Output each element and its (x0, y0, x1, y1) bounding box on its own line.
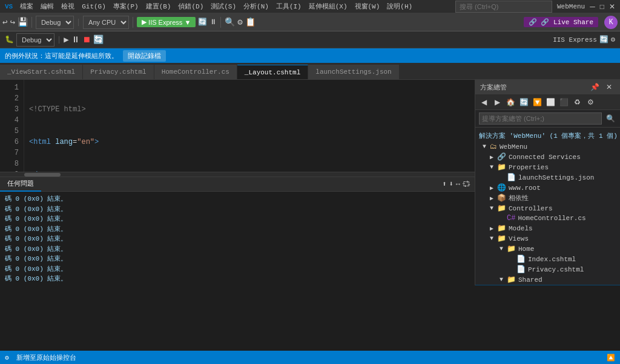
bottom-panel-icon-3[interactable]: ↔ (456, 180, 460, 189)
folder-icon-properties: 📁 (497, 163, 506, 172)
toolbar-icon-6[interactable]: 🔍 (225, 17, 235, 27)
toolbar-sep-3 (220, 17, 221, 28)
global-search-input[interactable] (455, 1, 552, 13)
solution-search-input[interactable] (479, 112, 602, 125)
minimize-button[interactable]: ─ (590, 2, 595, 11)
tree-item-shared[interactable]: ▼ 📁 Shared (475, 275, 620, 285)
solution-tree: 解決方案 'WebMenu' (1 個專案，共 1 個) ▼ 🗂 WebMenu… (475, 128, 620, 285)
tree-item-deps[interactable]: ▶ 📦 相依性 (475, 193, 620, 203)
solution-home-btn[interactable]: 🏠 (504, 96, 516, 108)
cpu-config-dropdown[interactable]: Any CPU (83, 16, 129, 29)
horizontal-scrollbar[interactable] (0, 172, 475, 177)
toolbar-icon-3[interactable]: 💾 (18, 17, 28, 27)
tree-label-home: Home (518, 245, 534, 253)
code-editor[interactable]: 1 2 3 4 5 6 7 8 9 10 11 12 13 14 15 16 1… (0, 80, 475, 172)
status-bar: ⚙ 新增至原始始操控台 🔼 (0, 351, 620, 364)
menu-item-view[interactable]: 檢視 (61, 2, 74, 11)
tree-item-views[interactable]: ▼ 📁 Views (475, 233, 620, 244)
solution-refresh-btn[interactable]: ♻ (571, 96, 583, 108)
solution-sync-btn[interactable]: 🔄 (518, 96, 530, 108)
tree-item-models[interactable]: ▶ 📁 Models (475, 223, 620, 233)
menu-item-analyze[interactable]: 分析(N) (243, 2, 269, 11)
debug-mode-dropdown[interactable]: Debug (16, 33, 54, 47)
menu-item-git[interactable]: Git(G) (82, 3, 106, 10)
tree-item-home[interactable]: ▼ 📁 Home (475, 244, 620, 254)
line-numbers: 1 2 3 4 5 6 7 8 9 10 11 12 13 14 15 16 1… (0, 80, 24, 172)
menu-item-project[interactable]: 專案(P) (113, 2, 139, 11)
menu-item-tools[interactable]: 工具(I) (276, 2, 302, 11)
tab-privacy[interactable]: Privacy.cshtml (83, 65, 154, 79)
debug-pause-btn[interactable]: ⏸ (71, 35, 80, 45)
toolbar-icon-2[interactable]: ↪ (10, 17, 15, 27)
output-line-8: 碼 0 (0x0) 結束。 (5, 264, 470, 275)
tree-label-webmenu: WebMenu (500, 143, 527, 151)
solution-search-button[interactable]: 🔍 (606, 114, 615, 123)
output-line-4: 碼 0 (0x0) 結束。 (5, 224, 470, 235)
menu-item-file[interactable]: 檔案 (20, 2, 33, 11)
solution-forward-btn[interactable]: ▶ (491, 96, 503, 108)
menu-item-build[interactable]: 建置(B) (146, 2, 171, 11)
tree-item-properties[interactable]: ▼ 📁 Properties (475, 162, 620, 172)
menu-item-window[interactable]: 視窗(W) (355, 2, 380, 11)
tree-item-launchsettings[interactable]: 📄 launchSettings.json (475, 172, 620, 183)
panel-pin-button[interactable]: 📌 (589, 81, 601, 93)
debug-continue-btn[interactable]: ▶ (64, 34, 68, 45)
menu-item-extensions[interactable]: 延伸模組(X) (309, 2, 348, 11)
bottom-panel-icon-2[interactable]: ⬇ (449, 180, 453, 189)
refresh-icon[interactable]: 🔄 (599, 35, 608, 44)
tree-item-webmenu[interactable]: ▼ 🗂 WebMenu (475, 141, 620, 152)
code-content[interactable]: <!CTYPE html> <html lang="en"> <d> <meta… (24, 80, 475, 172)
toolbar-icon-7[interactable]: ⚙ (237, 17, 242, 27)
solution-settings-btn[interactable]: ⚙ (584, 96, 596, 108)
menu-item-debug[interactable]: 偵錯(D) (178, 2, 203, 11)
status-bar-left: ⚙ 新增至原始始操控台 (5, 353, 76, 362)
toolbar-icon-8[interactable]: 📋 (245, 17, 256, 27)
bottom-panel-icon-1[interactable]: ⬆ (442, 180, 446, 189)
panel-close-button[interactable]: ✕ (603, 81, 615, 93)
solution-filter-btn[interactable]: 🔽 (531, 96, 543, 108)
git-branch-icon: ⚙ (5, 354, 9, 362)
toolbar-icon-1[interactable]: ↩ (2, 17, 7, 27)
solution-expand-btn[interactable]: ⬜ (544, 96, 556, 108)
tab-problems[interactable]: 任何問題 (0, 177, 41, 192)
cshtml-icon-privacy: 📄 (516, 265, 526, 274)
tree-item-privacy-file[interactable]: 📄 Privacy.cshtml (475, 264, 620, 275)
live-share-button[interactable]: 🔗 🔗 Live Share (524, 17, 598, 27)
menu-item-test[interactable]: 測試(S) (211, 2, 236, 11)
folder-icon-controllers: 📁 (497, 204, 506, 213)
toolbar-icon-4[interactable]: 🔄 (198, 18, 207, 27)
status-left-text: 新增至原始始操控台 (16, 353, 76, 362)
bottom-panel: 任何問題 ⬆ ⬇ ↔ ⮔ 碼 0 (0x0) 結束。 碼 0 (0x0) 結束。… (0, 177, 475, 285)
tab-viewstart[interactable]: _ViewStart.cshtml (0, 65, 83, 79)
run-button[interactable]: ▶ IIS Express ▼ (137, 17, 196, 27)
output-line-5: 碼 0 (0x0) 結束。 (5, 234, 470, 244)
debug-stop-btn[interactable]: ⏹ (82, 35, 91, 45)
main-content: 1 2 3 4 5 6 7 8 9 10 11 12 13 14 15 16 1… (0, 80, 620, 285)
bottom-tabs-bar: 任何問題 ⬆ ⬇ ↔ ⮔ (0, 177, 475, 192)
debug-restart-btn[interactable]: 🔄 (93, 34, 104, 45)
solution-back-btn[interactable]: ◀ (478, 96, 490, 108)
output-line-10: 碼 0 (0x0) 結束。 (5, 284, 470, 286)
user-avatar[interactable]: K (604, 16, 618, 29)
close-button[interactable]: ✕ (609, 2, 615, 11)
tree-item-layout-copy[interactable]: 🔒 📄 _Layout - 複製.cshtml (475, 285, 620, 285)
tree-arrow-deps: ▶ (490, 195, 497, 202)
status-bar-right: 🔼 (607, 354, 615, 362)
menu-item-help[interactable]: 說明(H) (387, 2, 412, 11)
tab-homecontroller[interactable]: HomeController.cs (154, 65, 237, 79)
solution-collapse-btn[interactable]: ⬛ (558, 96, 570, 108)
open-log-button[interactable]: 開啟記錄檔 (123, 50, 166, 62)
menu-item-edit[interactable]: 編輯 (41, 2, 54, 11)
tree-item-connected[interactable]: ▶ 🔗 Connected Services (475, 152, 620, 162)
toolbar-icon-5[interactable]: ⏸ (209, 18, 217, 27)
tree-item-index[interactable]: 📄 Index.cshtml (475, 254, 620, 264)
tab-layout[interactable]: _Layout.cshtml (237, 65, 308, 79)
maximize-button[interactable]: □ (600, 2, 604, 11)
bottom-panel-icon-4[interactable]: ⮔ (463, 180, 470, 189)
tab-launchsettings[interactable]: launchSettings.json (308, 65, 399, 79)
tree-item-homecontroller[interactable]: C# HomeController.cs (475, 213, 620, 223)
tree-item-wwwroot[interactable]: ▶ 🌐 www.root (475, 183, 620, 193)
tree-item-controllers[interactable]: ▼ 📁 Controllers (475, 203, 620, 213)
debug-tools-icon[interactable]: ⚙ (611, 35, 615, 44)
debug-config-dropdown[interactable]: Debug (36, 16, 74, 29)
